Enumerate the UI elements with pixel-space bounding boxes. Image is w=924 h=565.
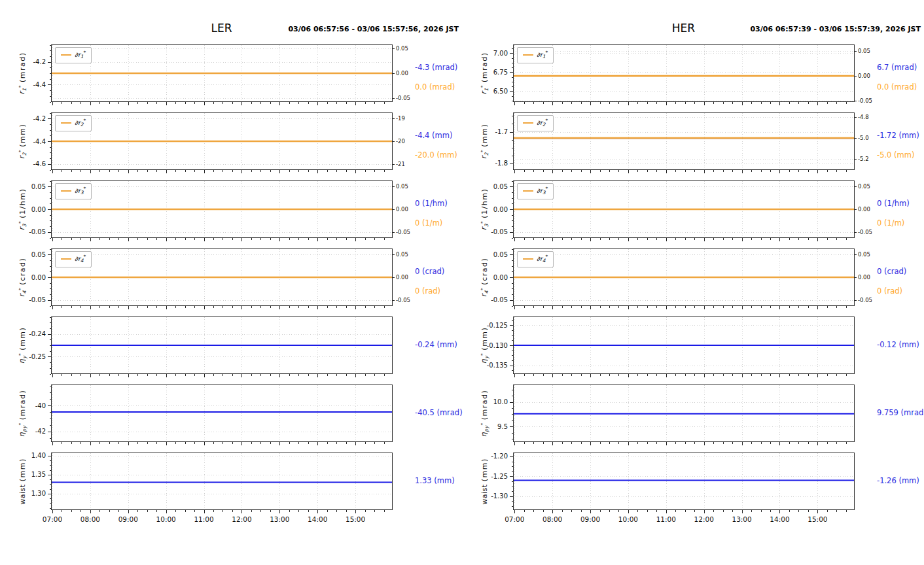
legend-prefix: ∂r bbox=[75, 51, 80, 58]
right-y-tick-label: -0.05 bbox=[858, 229, 872, 235]
tick-marks bbox=[48, 318, 385, 378]
value-annotation: -0.24 (mm) bbox=[415, 340, 457, 349]
legend-box: ∂r2* bbox=[55, 115, 92, 131]
gridlines bbox=[513, 45, 854, 102]
y-tick-label: -1.7 bbox=[495, 128, 508, 135]
value-annotation: -20.0 (mm) bbox=[415, 150, 457, 160]
gridlines bbox=[513, 113, 854, 170]
legend-line-swatch bbox=[61, 54, 71, 56]
right-y-tick-label: -0.05 bbox=[396, 95, 410, 101]
value-annotation: 0 (rad) bbox=[415, 286, 440, 296]
y-tick-label: 6.50 bbox=[493, 88, 508, 95]
legend-sup: * bbox=[546, 118, 548, 124]
y-tick-label: 1.35 bbox=[31, 471, 46, 478]
panel-her-eta_py: ηpy*(mrad)10.09.59.759 (mrad) bbox=[462, 385, 924, 453]
y-tick-label: -0.05 bbox=[29, 228, 46, 235]
tick-marks bbox=[510, 321, 847, 378]
value-annotation: 0 (1/m) bbox=[877, 218, 904, 228]
x-axis-tick-labels: 07:0008:0009:0010:0011:0012:0013:0014:00… bbox=[0, 515, 462, 526]
x-tick-label: 11:00 bbox=[656, 515, 676, 523]
legend-label: ∂r4* bbox=[537, 254, 548, 264]
y-tick-label: -4.6 bbox=[33, 160, 46, 167]
right-y-tick-label: 0.00 bbox=[396, 274, 408, 281]
y-tick-label: -4.4 bbox=[33, 138, 46, 145]
y-tick-label: 1.30 bbox=[31, 490, 46, 497]
y-tick-label: 0.05 bbox=[493, 183, 508, 190]
y-tick-label: -0.05 bbox=[491, 228, 508, 235]
y-tick-label: -40 bbox=[35, 402, 46, 409]
legend-prefix: ∂r bbox=[537, 51, 542, 58]
right-y-tick-label: -20 bbox=[396, 138, 405, 145]
panel-her-r3: r3*(1/hm)0.050.00-0.050.050.00-0.05∂r3*0… bbox=[462, 180, 924, 248]
value-annotation: 0 (rad) bbox=[877, 286, 902, 296]
panel-ler-r4: r4*(crad)0.050.00-0.050.050.00-0.05∂r4*0… bbox=[0, 248, 462, 317]
plot-border bbox=[52, 385, 393, 442]
legend-line-swatch bbox=[523, 258, 533, 260]
legend-label: ∂r3* bbox=[537, 186, 548, 196]
right-y-tick-label: -19 bbox=[396, 115, 405, 122]
x-tick-label: 14:00 bbox=[770, 515, 789, 523]
legend-line-swatch bbox=[61, 258, 71, 260]
x-tick-label: 08:00 bbox=[80, 515, 100, 523]
tick-marks bbox=[48, 386, 385, 446]
panel-her-r4: r4*(crad)0.050.00-0.050.050.00-0.05∂r4*0… bbox=[462, 248, 924, 317]
beam-optics-dashboard: LER 03/06 06:57:56 - 03/06 15:57:56, 202… bbox=[0, 0, 924, 565]
legend-box: ∂r4* bbox=[55, 251, 92, 267]
legend-sup: * bbox=[546, 50, 548, 56]
value-annotation: -4.3 (mrad) bbox=[415, 63, 457, 72]
y-tick-label: 0.00 bbox=[493, 206, 508, 213]
plot-border bbox=[52, 453, 393, 510]
plot-area: -0.24-0.25 bbox=[0, 317, 462, 385]
panel-ler-r1: r1*(mrad)-4.2-4.40.050.00-0.05∂r1*-4.3 (… bbox=[0, 44, 462, 112]
y-tick-label: -0.130 bbox=[487, 342, 508, 349]
value-annotation: 1.33 (mm) bbox=[415, 476, 455, 485]
value-annotation: -5.0 (mm) bbox=[877, 150, 914, 160]
x-tick-label: 08:00 bbox=[542, 515, 562, 523]
y-tick-label: -0.05 bbox=[491, 296, 508, 303]
x-tick-label: 07:00 bbox=[505, 515, 524, 523]
y-tick-label: -42 bbox=[35, 428, 46, 435]
right-y-tick-label: 0.05 bbox=[396, 183, 408, 190]
legend-sup: * bbox=[84, 118, 86, 124]
y-tick-label: -1.8 bbox=[495, 160, 508, 167]
tick-marks bbox=[510, 116, 857, 174]
gridlines bbox=[51, 453, 392, 510]
legend-prefix: ∂r bbox=[537, 255, 542, 262]
right-y-tick-label: 0.05 bbox=[396, 45, 408, 52]
right-y-tick-label: -21 bbox=[396, 161, 405, 167]
x-tick-label: 11:00 bbox=[194, 515, 213, 523]
legend-label: ∂r1* bbox=[75, 50, 86, 60]
y-tick-label: 10.0 bbox=[493, 398, 508, 405]
right-y-tick-label: 0.05 bbox=[858, 251, 870, 258]
plot-area: 10.09.5 bbox=[462, 385, 924, 453]
y-tick-label: -1.20 bbox=[491, 453, 508, 460]
right-y-tick-label: 0.00 bbox=[858, 73, 870, 79]
x-axis-tick-labels: 07:0008:0009:0010:0011:0012:0013:0014:00… bbox=[462, 515, 924, 526]
legend-box: ∂r1* bbox=[55, 47, 92, 63]
x-tick-label: 13:00 bbox=[732, 515, 751, 523]
gridlines bbox=[513, 453, 854, 510]
legend-line-swatch bbox=[523, 122, 533, 124]
x-tick-label: 14:00 bbox=[308, 515, 327, 523]
legend-label: ∂r3* bbox=[75, 186, 86, 196]
x-tick-label: 12:00 bbox=[694, 515, 714, 523]
panel-her-waist: waist(mm)-1.20-1.25-1.30-1.26 (mm) bbox=[462, 453, 924, 521]
y-tick-label: 0.05 bbox=[31, 183, 46, 190]
panels-layer: r1*(mrad)-4.2-4.40.050.00-0.05∂r1*-4.3 (… bbox=[0, 0, 462, 565]
y-tick-label: 0.05 bbox=[493, 251, 508, 258]
legend-sup: * bbox=[546, 254, 548, 260]
x-tick-label: 10:00 bbox=[156, 515, 176, 523]
legend-line-swatch bbox=[61, 190, 71, 192]
x-tick-label: 15:00 bbox=[808, 515, 827, 523]
value-annotation: 0 (crad) bbox=[877, 267, 906, 276]
right-y-tick-label: -0.05 bbox=[858, 297, 872, 303]
legend-line-swatch bbox=[523, 190, 533, 192]
right-y-tick-label: -0.05 bbox=[396, 297, 410, 303]
legend-prefix: ∂r bbox=[75, 119, 80, 126]
right-y-tick-label: 0.05 bbox=[858, 183, 870, 190]
right-y-tick-label: -4.8 bbox=[858, 114, 869, 120]
right-y-tick-label: -0.05 bbox=[858, 97, 872, 104]
y-tick-label: 0.00 bbox=[31, 206, 46, 213]
panel-ler-r3: r3*(1/hm)0.050.00-0.050.050.00-0.05∂r3*0… bbox=[0, 180, 462, 248]
value-annotation: -1.26 (mm) bbox=[877, 476, 919, 485]
